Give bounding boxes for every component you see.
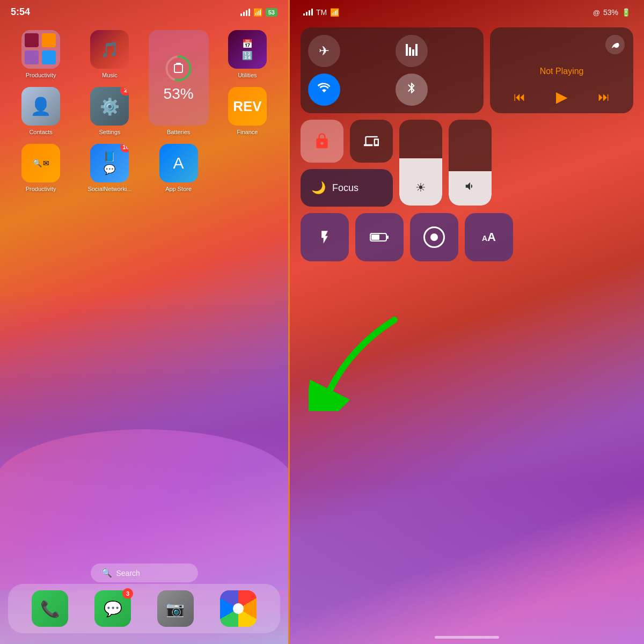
screen-record-button[interactable] (410, 213, 458, 261)
finance-app[interactable]: REV Finance (217, 87, 277, 135)
folder-mini-1 (25, 33, 39, 47)
airplane-mode-icon: ✈ (319, 43, 330, 58)
dock-photos[interactable] (220, 590, 257, 627)
signal-bars-right-icon (303, 9, 313, 16)
focus-moon-icon: 🌙 (311, 181, 326, 195)
battery-badge: 53 (266, 8, 277, 17)
airdrop-button[interactable] (605, 35, 625, 54)
signal-bars-icon (240, 9, 250, 16)
now-playing-controls: ⏮ ▶ ⏭ (499, 88, 625, 106)
search-bar[interactable]: 🔍 Search (91, 564, 198, 582)
contacts-app-label: Contacts (29, 129, 52, 135)
batteries-widget[interactable]: 53% Batteries (149, 30, 209, 135)
lock-rotation-button[interactable] (301, 120, 343, 163)
brightness-slider[interactable]: ☀ (399, 120, 442, 206)
status-icons-right: 📶 53 (240, 8, 277, 17)
social-app-icon: 📘💬 16 (90, 144, 129, 182)
social-app[interactable]: 📘💬 16 SocialNetworki... (79, 144, 140, 192)
now-playing-top (499, 35, 625, 54)
screen-mirror-button[interactable] (350, 120, 393, 163)
wifi-icon: 📶 (253, 8, 262, 17)
record-dot-icon (430, 233, 438, 241)
volume-icon (464, 180, 476, 195)
volume-slider[interactable] (449, 120, 492, 206)
airdrop-right-icon: @ (593, 9, 600, 17)
settings-badge: 2 (120, 87, 129, 96)
cc-row-1: ✈ (301, 27, 633, 113)
social-badge: 16 (120, 144, 129, 152)
status-left-carrier: TM 📶 (303, 8, 339, 17)
dock: 📞 💬 3 📷 (8, 584, 280, 633)
battery-icon-right: 🔋 (621, 8, 631, 17)
brightness-icon: ☀ (415, 181, 426, 195)
battery-percent-text: 53% (164, 85, 194, 103)
music-app[interactable]: 🎵 Music (79, 30, 140, 78)
record-circle-icon (423, 226, 445, 248)
wifi-right-icon: 📶 (330, 8, 339, 17)
cc-row-3: AA (301, 213, 633, 261)
focus-label: Focus (332, 182, 358, 194)
settings-app[interactable]: ⚙️ 2 Settings (79, 87, 140, 135)
play-button[interactable]: ▶ (556, 88, 568, 106)
dock-photos-icon (220, 590, 257, 627)
finance-app-label: Finance (237, 129, 258, 135)
productivity-app-icon: 🔍✉ (21, 144, 60, 182)
settings-app-label: Settings (99, 129, 121, 135)
productivity-app-label: Productivity (26, 186, 56, 192)
utilities-app-label: Utilities (238, 72, 257, 78)
text-size-icon: AA (482, 230, 496, 244)
messages-badge: 3 (122, 588, 133, 599)
svg-rect-6 (371, 235, 379, 240)
productivity-folder-icon (21, 30, 60, 69)
cc-network-block: ✈ (301, 27, 484, 113)
airplane-mode-button[interactable]: ✈ (308, 35, 340, 67)
green-arrow-annotation (309, 304, 416, 413)
contacts-app[interactable]: 👤 Contacts (11, 87, 71, 135)
dock-phone-icon: 📞 (32, 590, 68, 627)
utilities-app[interactable]: 📅🔢 Utilities (217, 30, 277, 78)
cellular-icon (405, 43, 418, 59)
contacts-app-icon: 👤 (21, 87, 60, 126)
right-phone-screen: TM 📶 @ 53% 🔋 ✈ (290, 0, 644, 644)
torch-button[interactable] (301, 213, 349, 261)
dock-messages[interactable]: 💬 3 (94, 590, 131, 627)
batteries-widget-label: Batteries (167, 129, 190, 135)
wifi-button-icon (317, 80, 332, 99)
music-app-label: Music (102, 72, 118, 78)
folder-mini-2 (42, 33, 56, 47)
text-size-button[interactable]: AA (465, 213, 513, 261)
cc-middle-section: 🌙 Focus (301, 120, 393, 207)
search-icon: 🔍 (101, 568, 112, 578)
cc-row-2: 🌙 Focus ☀ (301, 120, 633, 207)
control-center: ✈ (290, 22, 644, 267)
productivity-folder-label: Productivity (26, 72, 56, 78)
home-indicator (435, 636, 499, 639)
rewind-button[interactable]: ⏮ (514, 90, 525, 104)
wifi-button[interactable] (308, 74, 340, 106)
battery-percent-right: 53% (603, 8, 618, 17)
svg-rect-5 (386, 236, 389, 239)
productivity-app[interactable]: 🔍✉ Productivity (11, 144, 71, 192)
focus-button[interactable]: 🌙 Focus (301, 169, 393, 207)
dock-phone[interactable]: 📞 (32, 590, 68, 627)
svg-rect-3 (176, 63, 181, 65)
battery-indicator-button[interactable] (355, 213, 404, 261)
cellular-button[interactable] (396, 35, 428, 67)
music-app-icon: 🎵 (90, 30, 129, 69)
status-bar-left: 5:54 📶 53 (0, 0, 288, 22)
bluetooth-button[interactable] (396, 74, 428, 106)
utilities-app-icon: 📅🔢 (228, 30, 267, 69)
appstore-app-label: App Store (165, 186, 192, 192)
app-grid: Productivity 🎵 Music 53% Batteries (0, 25, 288, 197)
finance-app-icon: REV (228, 87, 267, 126)
left-phone-screen: 5:54 📶 53 Productivity (0, 0, 290, 644)
productivity-folder-app[interactable]: Productivity (11, 30, 71, 78)
dock-camera[interactable]: 📷 (157, 590, 194, 627)
fast-forward-button[interactable]: ⏭ (598, 90, 610, 104)
status-bar-right: TM 📶 @ 53% 🔋 (290, 0, 644, 22)
appstore-app[interactable]: A App Store (149, 144, 209, 192)
folder-mini-4 (42, 50, 56, 64)
now-playing-label: Not Playing (499, 67, 625, 76)
cc-quick-buttons-row (301, 120, 393, 163)
status-right-battery: @ 53% 🔋 (593, 8, 631, 17)
